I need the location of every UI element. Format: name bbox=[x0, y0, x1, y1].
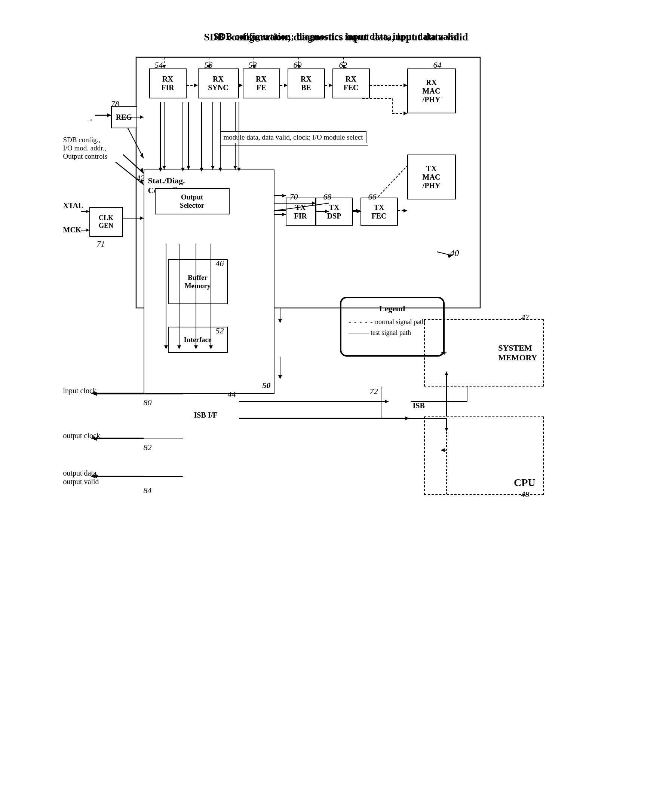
rx-be-box: RXBE bbox=[287, 68, 325, 98]
legend-solid: ——— test signal path bbox=[349, 329, 436, 337]
isb-label: ISB bbox=[413, 402, 425, 410]
xtal-label: XTAL bbox=[63, 201, 83, 210]
tx-dsp-box: TXDSP bbox=[316, 198, 353, 226]
tx-mac-box: TXMAC/PHY bbox=[407, 154, 456, 200]
input-clock-label: input clock bbox=[63, 387, 96, 395]
num-40: 40 bbox=[450, 248, 459, 258]
svg-marker-18 bbox=[329, 83, 333, 87]
rx-mac-box: RXMAC/PHY bbox=[407, 68, 456, 114]
svg-marker-14 bbox=[239, 83, 243, 87]
tx-fir-number: 70 bbox=[290, 192, 298, 202]
mck-label: MCK bbox=[63, 226, 81, 234]
num-80: 80 bbox=[144, 398, 152, 408]
interface-number: 52 bbox=[216, 326, 224, 336]
rx-fe-number: 58 bbox=[249, 60, 257, 70]
svg-marker-36 bbox=[187, 166, 190, 169]
output-data-label: output data,output valid bbox=[63, 469, 99, 486]
svg-marker-85 bbox=[86, 210, 89, 213]
svg-marker-87 bbox=[86, 229, 89, 232]
svg-marker-62 bbox=[278, 375, 282, 379]
num-82: 82 bbox=[144, 443, 152, 452]
svg-marker-26 bbox=[107, 114, 111, 117]
svg-marker-46 bbox=[404, 209, 407, 213]
rx-fe-box: RXFE bbox=[243, 68, 280, 98]
rx-sync-box: RXSYNC bbox=[198, 68, 239, 98]
reg-number: 78 bbox=[111, 99, 119, 109]
svg-marker-38 bbox=[211, 166, 215, 169]
num-44: 44 bbox=[228, 390, 236, 399]
module-data-label: module data, data valid, clock; I/O modu… bbox=[220, 131, 367, 143]
num-42: 42 bbox=[136, 173, 145, 183]
cpu-box: CPU bbox=[424, 416, 544, 495]
svg-marker-49 bbox=[282, 213, 286, 216]
svg-line-47 bbox=[375, 166, 407, 200]
tx-fec-box: TXFEC bbox=[360, 198, 398, 226]
tx-fir-box: TXFIR bbox=[286, 198, 316, 226]
output-selector-box: OutputSelector bbox=[155, 188, 230, 215]
clk-gen-number: 71 bbox=[97, 239, 105, 249]
svg-marker-74 bbox=[385, 400, 388, 403]
svg-marker-83 bbox=[140, 153, 144, 158]
buffer-memory-number: 46 bbox=[216, 258, 224, 268]
svg-marker-24 bbox=[404, 112, 407, 115]
rx-fir-box: RXFIR bbox=[149, 68, 187, 98]
svg-marker-137 bbox=[140, 115, 144, 119]
svg-marker-20 bbox=[404, 83, 407, 87]
isb-if-label: ISB I/F bbox=[194, 411, 218, 419]
svg-marker-40 bbox=[233, 166, 237, 169]
num-84: 84 bbox=[144, 486, 152, 496]
num-72: 72 bbox=[370, 387, 378, 396]
svg-marker-16 bbox=[284, 83, 287, 87]
svg-marker-44 bbox=[356, 209, 360, 213]
tx-fec-number: 66 bbox=[368, 192, 377, 202]
rx-mac-number: 64 bbox=[433, 60, 442, 70]
svg-line-27 bbox=[123, 154, 144, 173]
svg-line-88 bbox=[437, 252, 452, 255]
page-title: SDB configuration; diagnostics input dat… bbox=[56, 31, 617, 42]
cpu-number: 48 bbox=[521, 489, 529, 499]
output-clock-label: output clock bbox=[63, 431, 100, 440]
svg-marker-12 bbox=[194, 83, 198, 87]
svg-marker-97 bbox=[405, 416, 409, 420]
clk-gen-box: CLKGEN bbox=[89, 207, 123, 237]
tx-dsp-number: 68 bbox=[323, 192, 332, 202]
diagram-container: SDB configuration; diagnostics input dat… bbox=[56, 27, 617, 776]
legend-box: Legend - - - - - normal signal path ——— … bbox=[340, 297, 445, 357]
rx-fec-number: 62 bbox=[339, 60, 347, 70]
legend-title: Legend bbox=[349, 304, 436, 314]
rx-be-number: 60 bbox=[294, 60, 302, 70]
rx-fir-number: 54 bbox=[155, 60, 163, 70]
rx-fec-box: RXFEC bbox=[333, 68, 370, 98]
reg-box: REG bbox=[111, 106, 137, 128]
svg-marker-34 bbox=[162, 166, 166, 169]
reg-input-arrow: → bbox=[86, 115, 94, 125]
svg-marker-123 bbox=[357, 210, 360, 213]
svg-marker-30 bbox=[140, 216, 144, 220]
system-memory-number: 47 bbox=[521, 312, 529, 322]
legend-dashed: - - - - - normal signal path bbox=[349, 318, 436, 326]
svg-marker-116 bbox=[282, 194, 286, 198]
sdb-config-label: SDB config.,I/O mod. addr.,Output contro… bbox=[63, 136, 108, 161]
rx-sync-number: 56 bbox=[205, 60, 213, 70]
svg-marker-28 bbox=[140, 167, 144, 173]
svg-marker-60 bbox=[278, 319, 282, 323]
